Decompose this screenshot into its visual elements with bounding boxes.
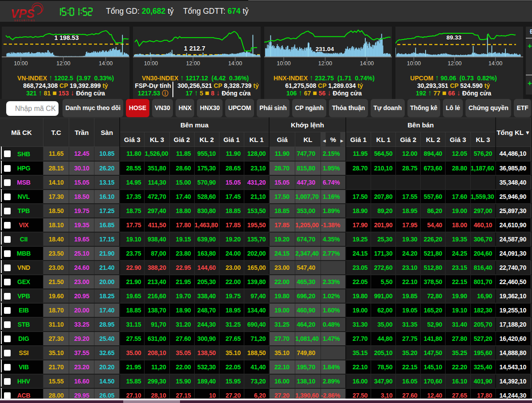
svg-text:14:00: 14:00	[489, 60, 502, 66]
svg-text:14:00: 14:00	[228, 60, 242, 66]
svg-text:12:00: 12:00	[318, 60, 332, 66]
svg-text:10:00: 10:00	[14, 60, 27, 66]
svg-text:14:00: 14:00	[360, 60, 374, 66]
svg-text:12:00: 12:00	[448, 60, 462, 66]
svg-text:1 198.53: 1 198.53	[54, 34, 78, 41]
svg-text:89.33: 89.33	[446, 34, 462, 41]
svg-text:12:00: 12:00	[186, 60, 200, 66]
svg-text:14:00: 14:00	[99, 60, 113, 66]
svg-text:10:00: 10:00	[144, 60, 158, 66]
svg-text:VPS: VPS	[11, 7, 35, 20]
svg-text:12:00: 12:00	[56, 60, 70, 66]
svg-text:10:00: 10:00	[277, 60, 290, 66]
svg-text:1 212.7: 1 212.7	[184, 45, 205, 52]
svg-text:231.04: 231.04	[316, 46, 334, 52]
svg-text:SECURITIES: SECURITIES	[14, 19, 35, 22]
svg-text:10:00: 10:00	[407, 60, 421, 66]
